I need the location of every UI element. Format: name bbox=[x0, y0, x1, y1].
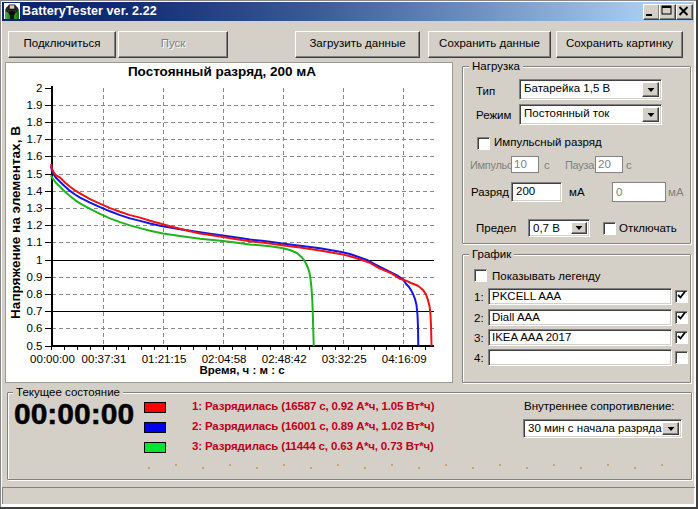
svg-text:1.7: 1.7 bbox=[27, 133, 43, 145]
svg-text:Напряжение на элементах, В: Напряжение на элементах, В bbox=[8, 126, 23, 319]
svg-text:0.7: 0.7 bbox=[27, 305, 43, 317]
svg-text:1.9: 1.9 bbox=[27, 99, 43, 111]
svg-text:1.8: 1.8 bbox=[27, 116, 43, 128]
svg-text:1.4: 1.4 bbox=[27, 185, 44, 197]
svg-text:1: 1 bbox=[36, 254, 42, 266]
svg-text:1.6: 1.6 bbox=[27, 150, 43, 162]
svg-text:Время, ч : м : с: Время, ч : м : с bbox=[199, 364, 285, 376]
svg-text:04:16:09: 04:16:09 bbox=[382, 353, 427, 365]
svg-text:0.8: 0.8 bbox=[27, 288, 43, 300]
svg-text:Постоянный разряд, 200 мА: Постоянный разряд, 200 мА bbox=[128, 64, 316, 79]
svg-text:00:00:00: 00:00:00 bbox=[30, 353, 75, 365]
svg-text:01:21:15: 01:21:15 bbox=[142, 353, 187, 365]
svg-text:0.9: 0.9 bbox=[27, 271, 43, 283]
svg-text:0.6: 0.6 bbox=[27, 322, 43, 334]
svg-text:1.5: 1.5 bbox=[27, 168, 43, 180]
svg-text:03:32:25: 03:32:25 bbox=[322, 353, 367, 365]
svg-text:1.2: 1.2 bbox=[27, 219, 43, 231]
svg-text:0.5: 0.5 bbox=[27, 340, 43, 352]
svg-text:1.3: 1.3 bbox=[27, 202, 43, 214]
svg-text:00:37:31: 00:37:31 bbox=[82, 353, 127, 365]
svg-text:2: 2 bbox=[36, 82, 42, 94]
svg-text:1.1: 1.1 bbox=[27, 236, 43, 248]
